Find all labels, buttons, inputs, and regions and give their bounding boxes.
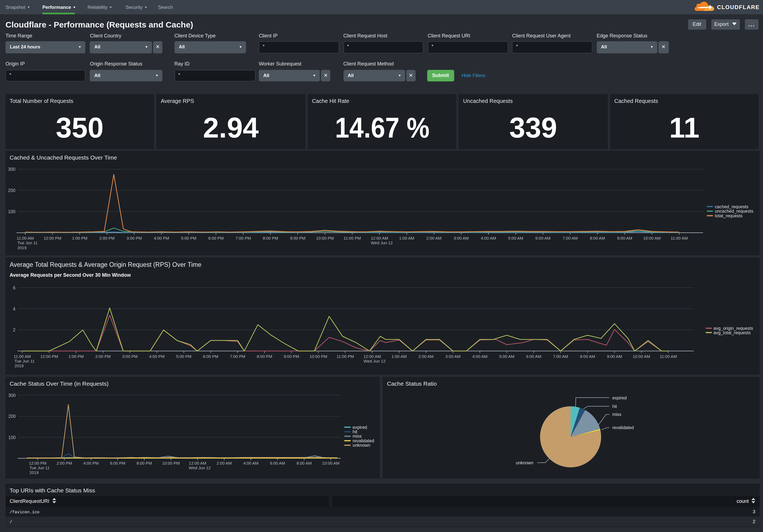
svg-text:2019: 2019	[17, 245, 26, 250]
svg-text:5:00 AM: 5:00 AM	[508, 236, 523, 240]
svg-text:7:00 PM: 7:00 PM	[230, 354, 245, 359]
svg-text:6:00 AM: 6:00 AM	[270, 461, 285, 466]
svg-text:9:00 PM: 9:00 PM	[283, 354, 299, 359]
svg-text:Wed Jun 12: Wed Jun 12	[188, 466, 211, 470]
svg-text:200: 200	[8, 414, 15, 419]
svg-text:hit: hit	[352, 429, 357, 434]
svg-text:2: 2	[13, 328, 15, 332]
svg-text:Tue Jun 11: Tue Jun 11	[17, 240, 37, 245]
svg-text:Wed Jun 12: Wed Jun 12	[363, 359, 385, 363]
svg-text:6:00 AM: 6:00 AM	[526, 354, 541, 359]
svg-text:10:00 AM: 10:00 AM	[643, 236, 660, 240]
svg-text:1:00 PM: 1:00 PM	[72, 236, 87, 240]
svg-text:10:00 AM: 10:00 AM	[322, 461, 339, 466]
svg-text:12:00 PM: 12:00 PM	[43, 236, 61, 240]
svg-text:2:00 PM: 2:00 PM	[95, 354, 110, 359]
svg-text:6:00 AM: 6:00 AM	[535, 236, 550, 240]
svg-text:4:00 AM: 4:00 AM	[243, 461, 258, 466]
svg-text:miss: miss	[612, 412, 621, 417]
svg-text:8:00 AM: 8:00 AM	[296, 461, 311, 466]
svg-text:miss: miss	[352, 434, 362, 438]
svg-text:100: 100	[8, 209, 15, 214]
svg-text:unknown: unknown	[516, 461, 533, 465]
svg-text:revalidated: revalidated	[612, 425, 634, 430]
svg-text:7:00 AM: 7:00 AM	[553, 354, 568, 359]
svg-text:2:00 PM: 2:00 PM	[99, 236, 115, 240]
svg-text:6:00 PM: 6:00 PM	[203, 354, 218, 359]
svg-text:CLOUDFLARE: CLOUDFLARE	[717, 4, 760, 10]
svg-text:expired: expired	[612, 396, 626, 400]
svg-text:3:00 PM: 3:00 PM	[126, 236, 142, 240]
svg-text:11:00 AM: 11:00 AM	[16, 236, 33, 240]
svg-text:cached_requests: cached_requests	[714, 204, 748, 209]
svg-text:11:00 AM: 11:00 AM	[670, 236, 687, 240]
svg-text:revalidated: revalidated	[352, 438, 374, 443]
svg-text:10:00 PM: 10:00 PM	[309, 354, 327, 359]
svg-text:2019: 2019	[29, 470, 38, 475]
svg-text:12:00 AM: 12:00 AM	[188, 461, 206, 466]
svg-text:8:00 AM: 8:00 AM	[590, 236, 605, 240]
svg-text:10:00 PM: 10:00 PM	[316, 236, 333, 240]
svg-text:100: 100	[8, 435, 15, 440]
svg-text:7:00 AM: 7:00 AM	[562, 236, 578, 240]
svg-text:300: 300	[8, 167, 15, 172]
svg-text:2:00 PM: 2:00 PM	[56, 461, 72, 466]
svg-text:4:00 PM: 4:00 PM	[149, 354, 164, 359]
svg-text:1:00 AM: 1:00 AM	[399, 236, 414, 240]
svg-text:hit: hit	[612, 404, 617, 409]
svg-text:4:00 PM: 4:00 PM	[83, 461, 99, 466]
svg-text:6:00 PM: 6:00 PM	[208, 236, 224, 240]
svg-text:8:00 PM: 8:00 PM	[263, 236, 278, 240]
svg-text:1:00 PM: 1:00 PM	[68, 354, 83, 359]
svg-text:9:00 PM: 9:00 PM	[290, 236, 305, 240]
svg-text:3:00 AM: 3:00 AM	[453, 236, 469, 240]
svg-text:5:00 PM: 5:00 PM	[181, 236, 196, 240]
svg-text:2:00 AM: 2:00 AM	[216, 461, 232, 466]
svg-text:4:00 PM: 4:00 PM	[154, 236, 169, 240]
svg-text:4:00 AM: 4:00 AM	[481, 236, 496, 240]
svg-text:11:00 PM: 11:00 PM	[336, 354, 354, 359]
svg-text:2:00 AM: 2:00 AM	[418, 354, 433, 359]
svg-text:6: 6	[13, 286, 15, 290]
svg-text:8:00 PM: 8:00 PM	[136, 461, 152, 466]
svg-text:12:00 PM: 12:00 PM	[29, 461, 46, 466]
svg-text:7:00 PM: 7:00 PM	[235, 236, 251, 240]
svg-text:12:00 PM: 12:00 PM	[40, 354, 57, 359]
svg-text:8:00 AM: 8:00 AM	[580, 354, 595, 359]
svg-text:12:00 AM: 12:00 AM	[371, 236, 388, 240]
svg-text:expired: expired	[352, 425, 367, 430]
svg-text:12:00 AM: 12:00 AM	[363, 354, 381, 359]
svg-text:unknown: unknown	[352, 443, 370, 448]
svg-text:11:00 AM: 11:00 AM	[660, 354, 677, 359]
svg-text:total_requests: total_requests	[714, 214, 742, 219]
svg-text:Wed Jun 12: Wed Jun 12	[371, 240, 392, 245]
svg-text:11:00 PM: 11:00 PM	[343, 236, 361, 240]
svg-text:5:00 AM: 5:00 AM	[499, 354, 514, 359]
svg-text:uncached_requests: uncached_requests	[714, 209, 753, 214]
svg-text:Tue Jun 11: Tue Jun 11	[14, 359, 34, 363]
svg-text:8:00 PM: 8:00 PM	[257, 354, 272, 359]
svg-text:9:00 AM: 9:00 AM	[607, 354, 622, 359]
svg-text:200: 200	[8, 188, 15, 193]
svg-text:6:00 PM: 6:00 PM	[110, 461, 125, 466]
svg-text:4:00 AM: 4:00 AM	[472, 354, 487, 359]
svg-text:2019: 2019	[14, 363, 23, 368]
svg-text:Tue Jun 11: Tue Jun 11	[29, 466, 49, 470]
svg-text:4: 4	[13, 307, 15, 311]
svg-text:3:00 PM: 3:00 PM	[122, 354, 137, 359]
svg-text:1:00 AM: 1:00 AM	[391, 354, 406, 359]
svg-text:3:00 AM: 3:00 AM	[445, 354, 460, 359]
svg-text:10:00 AM: 10:00 AM	[632, 354, 650, 359]
svg-text:11:00 AM: 11:00 AM	[14, 354, 31, 359]
svg-text:10:00 PM: 10:00 PM	[162, 461, 179, 466]
svg-text:5:00 PM: 5:00 PM	[176, 354, 191, 359]
svg-text:avg_total_requests: avg_total_requests	[713, 330, 750, 335]
svg-text:300: 300	[8, 393, 15, 398]
svg-text:9:00 AM: 9:00 AM	[617, 236, 632, 240]
svg-text:2:00 AM: 2:00 AM	[426, 236, 441, 240]
